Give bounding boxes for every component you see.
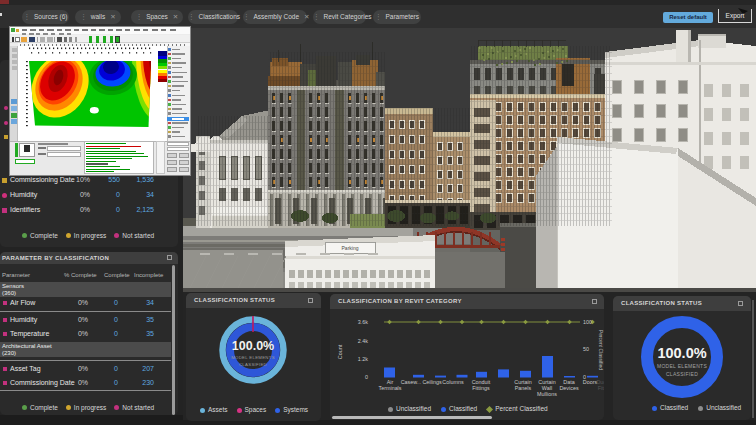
svg-text:3.6k: 3.6k (358, 319, 368, 325)
svg-text:1.2k: 1.2k (358, 356, 368, 362)
svg-text:Columns: Columns (442, 379, 464, 385)
svg-text:100.0%: 100.0% (657, 345, 706, 361)
svg-text:2.4k: 2.4k (358, 338, 368, 344)
svg-text:Parking: Parking (342, 245, 359, 251)
svg-text:Doors: Doors (583, 379, 598, 385)
svg-text:Mullions: Mullions (537, 391, 557, 397)
svg-text:CLASSIFIED: CLASSIFIED (239, 362, 267, 367)
svg-text:CLASSIFIED: CLASSIFIED (666, 371, 698, 377)
svg-text:Fitti: Fitti (598, 385, 604, 391)
svg-text:MODEL ELEMENTS: MODEL ELEMENTS (657, 363, 707, 369)
svg-text:Curtain: Curtain (514, 379, 531, 385)
svg-text:100: 100 (583, 319, 592, 325)
svg-text:Conduit: Conduit (472, 379, 491, 385)
svg-text:Percent Classified: Percent Classified (598, 330, 604, 371)
svg-text:Casew...: Casew... (401, 379, 422, 385)
svg-text:Ceilings: Ceilings (422, 379, 441, 385)
svg-text:50: 50 (583, 346, 589, 352)
svg-text:Data: Data (563, 379, 574, 385)
svg-text:0: 0 (365, 374, 368, 380)
svg-text:Panels: Panels (515, 385, 532, 391)
svg-text:Air: Air (387, 379, 394, 385)
svg-text:100.0%: 100.0% (232, 339, 274, 353)
svg-text:Fittings: Fittings (472, 385, 490, 391)
svg-text:Terminals: Terminals (378, 385, 401, 391)
svg-text:Count: Count (337, 344, 343, 359)
svg-text:Curtain: Curtain (538, 379, 555, 385)
svg-text:MODEL ELEMENTS: MODEL ELEMENTS (231, 355, 275, 360)
svg-text:Devices: Devices (559, 385, 578, 391)
svg-text:Wall: Wall (542, 385, 552, 391)
